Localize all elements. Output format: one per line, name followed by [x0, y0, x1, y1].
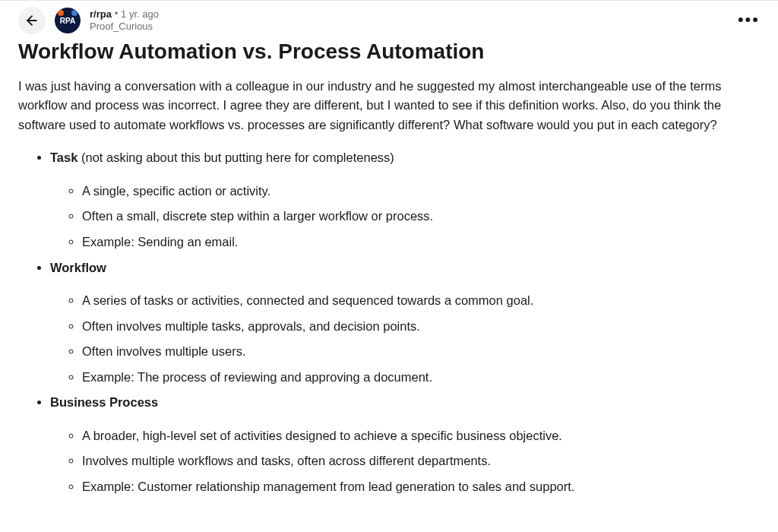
ellipsis-icon: ••• — [738, 10, 760, 29]
username-link[interactable]: Proof_Curious — [90, 21, 159, 33]
meta-top-row: r/rpa • 1 yr. ago — [90, 8, 159, 21]
definition-point: Example: The process of reviewing and ap… — [82, 368, 760, 388]
definition-point: A single, specific action or activity. — [82, 182, 760, 201]
definition-term: Workflow — [50, 261, 106, 274]
definition-point: Often involves multiple users. — [82, 342, 760, 362]
post-intro: I was just having a conversation with a … — [18, 77, 760, 135]
post-time: 1 yr. ago — [121, 8, 159, 21]
post-meta: r/rpa • 1 yr. ago Proof_Curious — [90, 8, 159, 33]
definition-points: A series of tasks or activities, connect… — [50, 291, 760, 387]
post-body: I was just having a conversation with a … — [18, 77, 760, 497]
definition-point: Example: Customer relationship managemen… — [82, 477, 760, 497]
definition-point: Often a small, discrete step within a la… — [82, 207, 760, 226]
post-header: RPA r/rpa • 1 yr. ago Proof_Curious ••• — [18, 7, 760, 34]
definition-note: (not asking about this but putting here … — [77, 150, 394, 164]
arrow-left-icon — [24, 13, 40, 28]
definitions-list: Task (not asking about this but putting … — [18, 148, 760, 496]
definition-point: A broader, high-level set of activities … — [82, 426, 760, 446]
subreddit-avatar[interactable]: RPA — [55, 8, 81, 33]
definition-point: Example: Sending an email. — [82, 233, 760, 252]
more-options-button[interactable]: ••• — [738, 11, 760, 28]
definition-points: A broader, high-level set of activities … — [50, 426, 760, 497]
post-title: Workflow Automation vs. Process Automati… — [18, 39, 760, 65]
back-button[interactable] — [18, 7, 46, 34]
definition-point: Often involves multiple tasks, approvals… — [82, 317, 760, 337]
definition-item: WorkflowA series of tasks or activities,… — [50, 258, 760, 388]
definition-term: Task — [50, 150, 77, 164]
definition-item: Business ProcessA broader, high-level se… — [50, 393, 760, 496]
definition-point: A series of tasks or activities, connect… — [82, 291, 760, 311]
definition-item: Task (not asking about this but putting … — [50, 148, 760, 252]
separator-dot: • — [115, 8, 118, 20]
avatar-text: RPA — [60, 17, 75, 25]
subreddit-link[interactable]: r/rpa — [90, 8, 112, 21]
post-container: RPA r/rpa • 1 yr. ago Proof_Curious ••• … — [0, 0, 778, 509]
definition-points: A single, specific action or activity.Of… — [50, 182, 760, 252]
definition-point: Involves multiple workflows and tasks, o… — [82, 451, 760, 471]
definition-term: Business Process — [50, 395, 158, 409]
